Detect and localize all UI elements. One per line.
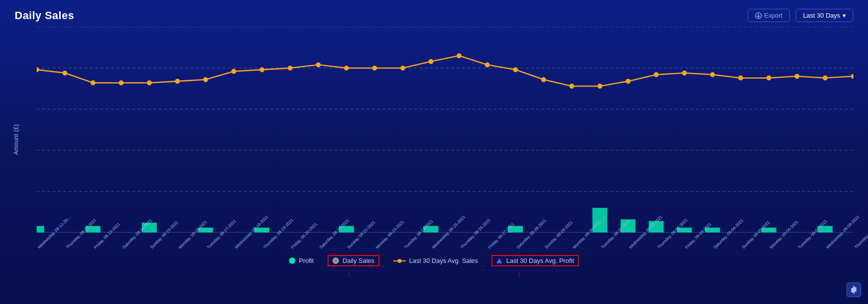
svg-point-48	[598, 84, 602, 89]
chart-header: Daily Sales Export Last 30 Days ▾	[15, 9, 853, 22]
chart-title: Daily Sales	[15, 9, 74, 22]
svg-point-42	[428, 59, 433, 64]
legend-daily-sales-box: Daily Sales	[328, 255, 379, 266]
settings-button[interactable]	[846, 282, 861, 297]
svg-point-41	[401, 66, 405, 70]
svg-point-43	[457, 53, 462, 58]
arrow-avg-profit: ↓	[517, 270, 521, 278]
legend-avg-profit-label: Last 30 Days Avg. Profit	[506, 257, 574, 264]
legend-arrows: ↓ ↓	[347, 270, 521, 278]
svg-point-55	[795, 74, 800, 79]
y-axis-label: Amount (£)	[13, 124, 20, 155]
svg-point-40	[372, 66, 377, 70]
svg-point-52	[710, 72, 715, 77]
profit-dot	[289, 257, 295, 264]
header-controls: Export Last 30 Days ▾	[748, 9, 853, 22]
settings-icon	[850, 286, 858, 294]
svg-point-50	[654, 72, 659, 77]
chart-area: Amount (£) 250 200 150 100 50 0 Wednesda…	[15, 27, 853, 252]
x-axis-labels: Wednesday, 08-11-20...Thursday, 08-12-20…	[37, 233, 853, 252]
svg-point-31	[119, 80, 124, 85]
svg-point-37	[288, 66, 292, 70]
svg-point-44	[485, 62, 490, 67]
svg-point-38	[316, 62, 321, 67]
daily-sales-dot	[333, 257, 339, 264]
svg-point-45	[513, 67, 518, 72]
main-chart-svg: 250 200 150 100 50 0	[37, 27, 853, 233]
svg-point-33	[175, 79, 180, 84]
legend-avg-profit-box: Last 30 Days Avg. Profit	[491, 255, 579, 266]
svg-point-30	[90, 80, 95, 85]
svg-point-46	[541, 77, 546, 82]
svg-point-54	[766, 75, 771, 80]
chart-container: Daily Sales Export Last 30 Days ▾ Amount…	[0, 0, 868, 304]
svg-point-51	[682, 70, 687, 75]
legend-avg-sales: Last 30 Days Avg. Sales	[393, 257, 478, 264]
svg-point-56	[823, 75, 827, 80]
export-button[interactable]: Export	[748, 9, 790, 22]
period-button[interactable]: Last 30 Days ▾	[796, 9, 853, 22]
export-icon	[755, 12, 762, 19]
chart-legend: Profit Daily Sales Last 30 Days Avg. Sal…	[15, 255, 853, 267]
svg-point-36	[260, 67, 265, 72]
svg-point-29	[63, 70, 67, 75]
svg-point-35	[231, 69, 236, 74]
avg-profit-triangle	[496, 258, 502, 263]
svg-point-34	[203, 77, 208, 82]
arrow-daily-sales: ↓	[347, 270, 351, 278]
svg-point-39	[344, 66, 349, 70]
svg-point-49	[625, 79, 630, 84]
legend-profit: Profit	[289, 257, 313, 264]
svg-rect-13	[37, 226, 44, 233]
svg-point-57	[851, 74, 853, 79]
legend-daily-sales-label: Daily Sales	[343, 257, 375, 264]
svg-point-47	[569, 84, 574, 89]
svg-point-53	[738, 75, 743, 80]
avg-sales-line	[393, 260, 406, 261]
svg-point-32	[147, 80, 152, 85]
